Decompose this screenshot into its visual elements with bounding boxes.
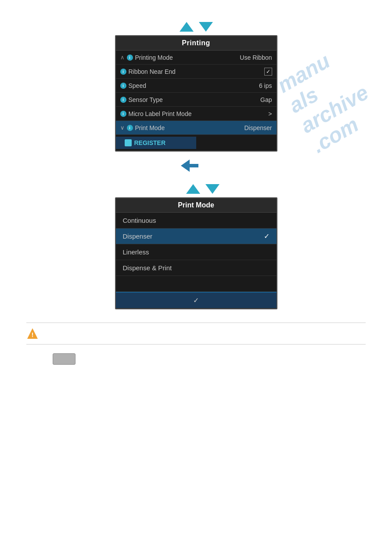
up-arrow-icon-2[interactable]: [186, 184, 200, 194]
collapse-icon: ∨: [120, 124, 125, 131]
info-icon-printing-mode: i: [127, 54, 133, 61]
sensor-type-label: Sensor Type: [129, 96, 163, 103]
ribbon-near-end-row[interactable]: i Ribbon Near End ✓: [116, 65, 277, 79]
continuous-option[interactable]: Continuous: [116, 213, 277, 229]
confirm-button[interactable]: ✓: [116, 293, 277, 308]
dispense-print-option[interactable]: Dispense & Print: [116, 260, 277, 276]
printing-panel: Printing ∧ i Printing Mode Use Ribbon i …: [115, 35, 277, 152]
dispense-print-label: Dispense & Print: [123, 264, 172, 272]
print-mode-nav-arrows: [57, 184, 335, 194]
back-arrow[interactable]: [181, 160, 198, 172]
print-mode-panel-title: Print Mode: [116, 198, 277, 213]
print-mode-panel: Print Mode Continuous Dispenser ✓ Linerl…: [115, 197, 277, 309]
register-row: REGISTER: [116, 135, 277, 151]
dispenser-option[interactable]: Dispenser ✓: [116, 229, 277, 244]
speed-row[interactable]: i Speed 6 ips: [116, 79, 277, 93]
dispenser-check: ✓: [264, 232, 270, 240]
key-button-container: [53, 353, 366, 365]
register-icon: [125, 139, 132, 146]
warning-icon: !: [26, 327, 39, 340]
printing-section: Printing ∧ i Printing Mode Use Ribbon i …: [0, 0, 392, 184]
info-icon-micro: i: [120, 111, 126, 117]
speed-label: Speed: [129, 82, 146, 89]
sensor-type-value: Gap: [260, 96, 272, 103]
printing-mode-label: Printing Mode: [135, 54, 173, 61]
printing-mode-row[interactable]: ∧ i Printing Mode Use Ribbon: [116, 51, 277, 65]
dispenser-label: Dispenser: [123, 232, 153, 240]
info-icon-speed: i: [120, 83, 126, 89]
confirm-row: ✓: [116, 292, 277, 308]
print-mode-label: Print Mode: [135, 124, 165, 131]
micro-label-row[interactable]: i Micro Label Print Mode >: [116, 107, 277, 121]
linerless-label: Linerless: [123, 248, 149, 256]
back-arrow-icon: [181, 160, 190, 172]
back-arrow-container: [44, 160, 335, 172]
empty-row: [116, 276, 277, 292]
ribbon-near-end-label: Ribbon Near End: [129, 68, 176, 75]
info-icon-sensor: i: [120, 97, 126, 103]
print-mode-row[interactable]: ∨ i Print Mode Dispenser: [116, 121, 277, 135]
svg-text:!: !: [32, 331, 34, 338]
continuous-label: Continuous: [123, 217, 156, 224]
print-mode-value: Dispenser: [244, 124, 272, 131]
micro-label-arrow: >: [268, 110, 272, 117]
linerless-option[interactable]: Linerless: [116, 244, 277, 260]
confirm-checkmark: ✓: [193, 297, 199, 304]
printing-nav-arrows: [57, 22, 335, 32]
info-icon-ribbon: i: [120, 69, 126, 75]
ribbon-near-end-checkbox[interactable]: ✓: [264, 68, 272, 76]
warning-section: !: [26, 323, 366, 345]
back-arrow-shaft: [190, 164, 198, 167]
register-label: REGISTER: [134, 139, 166, 146]
expand-icon: ∧: [120, 54, 125, 61]
speed-value: 6 ips: [259, 82, 272, 89]
down-arrow-icon[interactable]: [199, 22, 213, 32]
printing-mode-value: Use Ribbon: [240, 54, 272, 61]
printing-panel-title: Printing: [116, 36, 277, 51]
sensor-type-row[interactable]: i Sensor Type Gap: [116, 93, 277, 107]
up-arrow-icon[interactable]: [180, 22, 194, 32]
key-button[interactable]: [53, 353, 76, 365]
down-arrow-icon-2[interactable]: [205, 184, 219, 194]
info-icon-print-mode: i: [127, 125, 133, 131]
register-button[interactable]: REGISTER: [116, 137, 196, 149]
print-mode-section: Print Mode Continuous Dispenser ✓ Linerl…: [0, 184, 392, 314]
micro-label-label: Micro Label Print Mode: [129, 110, 192, 117]
